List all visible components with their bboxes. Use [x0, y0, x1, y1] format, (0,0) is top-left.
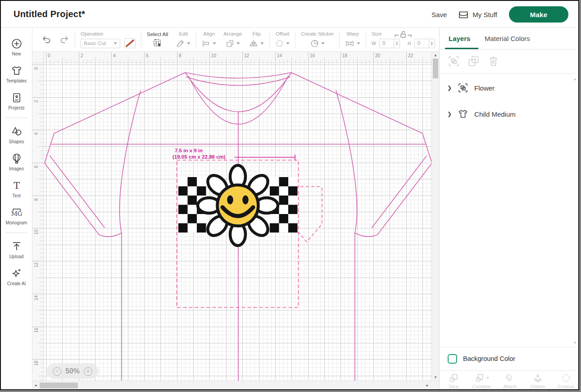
flower-design[interactable] [178, 165, 298, 246]
sidebar-label: Text [12, 193, 20, 198]
operation-color-swatch[interactable] [124, 38, 136, 48]
toolbar-divider [196, 31, 196, 48]
scroll-up-arrow[interactable]: ▲ [434, 53, 437, 57]
arrange-group[interactable]: Arrange [223, 31, 242, 48]
toolbar-divider [141, 31, 141, 48]
sidebar-item-upload[interactable]: Upload [1, 236, 32, 263]
offset-group[interactable]: Offset [275, 31, 290, 48]
scroll-left-arrow[interactable]: ◄ [34, 383, 37, 387]
scroll-right-arrow[interactable]: ► [426, 383, 429, 387]
sidebar-item-images[interactable]: Images [1, 148, 32, 175]
edit-label: Edit [179, 31, 188, 36]
left-sidebar: New Templates Projects Shapes Images T T… [1, 28, 32, 390]
save-button[interactable]: Save [431, 11, 447, 18]
arrange-label: Arrange [223, 31, 242, 36]
delete-button[interactable] [487, 55, 499, 67]
ruler-label: 8 [179, 53, 182, 58]
zoom-level: 50% [65, 367, 80, 375]
align-icon [202, 39, 210, 48]
width-prefix: W [372, 41, 376, 46]
flatten-label: Flatten [531, 384, 545, 389]
horizontal-scroll-thumb[interactable] [40, 383, 78, 388]
attach-button[interactable]: Attach [496, 371, 524, 390]
canvas-region: 0 2 4 6 8 10 12 14 16 18 20 22 0 2 4 6 8… [32, 52, 439, 390]
zoom-in-button[interactable]: + [84, 367, 92, 376]
operation-label: Operation [81, 31, 104, 36]
operation-dropdown[interactable]: Basic Cut [81, 39, 120, 48]
sidebar-item-text[interactable]: T Text [1, 175, 32, 202]
height-input[interactable]: 0 ▲▼ [414, 39, 435, 48]
lock-open-icon[interactable] [394, 31, 412, 38]
background-color-label: Background Color [463, 355, 515, 362]
select-all-icon [153, 39, 162, 48]
ruler-label: 6 [34, 163, 39, 171]
flatten-icon [533, 373, 543, 383]
sidebar-item-create-ai[interactable]: Create AI [1, 263, 32, 290]
width-stepper[interactable]: ▲▼ [394, 39, 399, 48]
contour-label: Contour [558, 384, 574, 389]
sidebar-divider [5, 232, 27, 233]
chevron-right-icon[interactable]: ❯ [447, 85, 452, 91]
flip-group[interactable]: Flip [249, 31, 264, 48]
chevron-right-icon[interactable]: ❯ [447, 111, 452, 117]
toolbar-divider [75, 31, 75, 48]
arrange-icon [226, 39, 234, 48]
sidebar-item-monogram[interactable]: MG Monogram [1, 202, 32, 229]
width-input[interactable]: 0 ▲▼ [379, 39, 400, 48]
group-button[interactable] [448, 55, 460, 67]
horizontal-scrollbar[interactable]: ◄ ► [32, 381, 439, 389]
chevron-down-icon [187, 42, 191, 45]
create-sticker-group[interactable]: Create Sticker [301, 31, 334, 48]
contour-button[interactable]: Contour [552, 371, 579, 390]
scroll-down-arrow[interactable]: ▼ [434, 375, 437, 379]
tab-layers[interactable]: Layers [449, 35, 470, 42]
list-scroll-down-icon[interactable]: ▼ [573, 341, 577, 345]
pen-swatch-icon [125, 39, 135, 47]
slice-button[interactable]: Slice [440, 371, 468, 390]
tab-material-colors[interactable]: Material Colors [485, 35, 530, 42]
ruler-label: 18 [34, 359, 39, 367]
combine-button[interactable]: Combine [468, 371, 495, 390]
size-group: Size W 0 ▲▼ H 0 ▲▼ [372, 31, 435, 48]
my-stuff-button[interactable]: My Stuff [458, 10, 497, 19]
flatten-button[interactable]: Flatten [524, 371, 552, 390]
warp-label: Warp [347, 31, 359, 36]
text-icon: T [11, 180, 23, 191]
selection-dimension-callout: 7.5 in x 9 in (19.05 cm x 22.86 cm) [172, 148, 295, 160]
sidebar-divider [5, 118, 27, 118]
layer-row-child-medium[interactable]: ❯ Child Medium [440, 101, 579, 127]
select-all-group[interactable]: Select All [147, 32, 168, 48]
design-canvas[interactable]: 7.5 in x 9 in (19.05 cm x 22.86 cm) − 50… [44, 63, 431, 381]
vertical-scroll-thumb[interactable] [433, 59, 438, 78]
make-button[interactable]: Make [509, 6, 568, 23]
align-group[interactable]: Align [202, 31, 216, 48]
undo-button[interactable] [41, 35, 52, 45]
edit-group[interactable]: Edit [176, 31, 191, 48]
attach-icon [505, 373, 515, 383]
operation-group: Operation Basic Cut [81, 31, 136, 48]
vertical-scrollbar[interactable]: ▲ ▼ [431, 52, 439, 381]
smiley-face [218, 185, 259, 226]
background-color-swatch[interactable] [448, 354, 457, 364]
edit-toolbar: Operation Basic Cut Select All Edit [32, 28, 439, 52]
offset-label: Offset [276, 31, 289, 36]
warp-group[interactable]: Warp [345, 31, 360, 48]
layer-row-flower[interactable]: ❯ Flower [440, 75, 579, 101]
svg-text:MG: MG [11, 210, 22, 217]
ruler-label: 0 [34, 64, 39, 73]
ruler-label: 12 [34, 261, 39, 269]
toolbar-divider [295, 31, 295, 48]
duplicate-button[interactable] [468, 55, 480, 67]
sidebar-item-templates[interactable]: Templates [1, 60, 32, 87]
zoom-out-button[interactable]: − [53, 367, 61, 376]
dimension-text-in: 7.5 in x 9 in [175, 148, 203, 153]
redo-button[interactable] [59, 35, 69, 45]
sidebar-item-new[interactable]: New [1, 33, 32, 60]
sidebar-item-projects[interactable]: Projects [1, 87, 32, 114]
layer-actions-row [448, 55, 499, 67]
height-stepper[interactable]: ▲▼ [429, 39, 435, 48]
sidebar-label: Images [9, 166, 24, 171]
combine-icon [475, 373, 485, 383]
sidebar-item-shapes[interactable]: Shapes [1, 121, 32, 148]
zoom-control: − 50% + [46, 364, 99, 379]
